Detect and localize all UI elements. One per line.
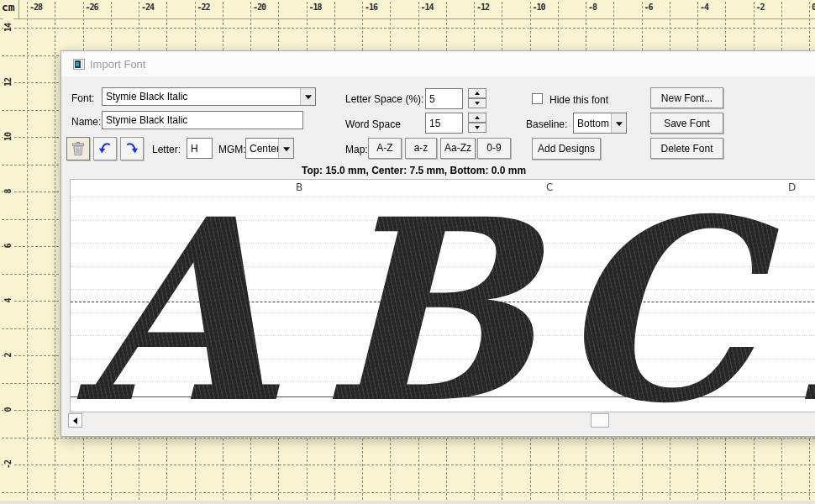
ruler-tick-label: -14 <box>421 3 434 12</box>
mgm-combobox[interactable]: Center <box>245 138 294 159</box>
window-bottom-edge <box>0 501 815 504</box>
ruler-tick-label: -18 <box>309 3 322 12</box>
dialog-title-bar[interactable]: Import Font <box>61 51 815 76</box>
font-combobox-dropdown-button[interactable] <box>300 88 315 105</box>
embroidery-letter-b[interactable]: B <box>321 180 533 412</box>
font-combobox[interactable]: Stymie Black Italic <box>102 87 316 106</box>
ruler-tick-label: 14 <box>3 18 13 37</box>
mgm-combobox-value: Center <box>250 143 280 155</box>
grid-line-v <box>55 2 55 504</box>
baseline-label: Baseline: <box>526 118 567 130</box>
ruler-tick-label: -28 <box>29 3 42 12</box>
arrow-down-icon <box>475 126 480 129</box>
font-combobox-value: Stymie Black Italic <box>106 91 187 102</box>
embroidery-letter-a[interactable]: A <box>79 180 273 412</box>
hide-font-checkbox[interactable] <box>532 93 543 104</box>
ruler-tick-label: -2 <box>756 3 765 12</box>
letter-space-spinner <box>468 88 486 109</box>
dialog-title: Import Font <box>90 58 145 71</box>
add-designs-button[interactable]: Add Designs <box>532 138 601 160</box>
ruler-unit-label: cm <box>2 1 15 13</box>
import-font-dialog: Import Font Font: Stymie Black Italic Na… <box>60 50 815 437</box>
ruler-top-border <box>0 18 815 19</box>
baseline-metrics-status: Top: 15.0 mm, Center: 7.5 mm, Bottom: 0.… <box>302 165 526 176</box>
ruler-tick-label: -4 <box>700 3 708 12</box>
ruler-tick-label: -10 <box>533 3 545 12</box>
redo-button[interactable] <box>120 137 144 160</box>
arrow-down-icon <box>475 102 480 105</box>
grid-line-h <box>2 492 815 493</box>
ruler-tick-label: 8 <box>3 182 13 201</box>
mgm-combobox-dropdown-button[interactable] <box>278 139 293 158</box>
map-button-aa-zz[interactable]: Aa-Zz <box>440 138 476 159</box>
letter-cell-label: B <box>296 181 302 193</box>
baseline-combobox[interactable]: Bottom <box>573 113 627 134</box>
grid-line-h <box>2 28 815 29</box>
ruler-tick-label: -16 <box>365 3 377 12</box>
ruler-tick-label: 0 <box>812 3 815 12</box>
arrow-up-icon <box>475 116 480 119</box>
save-font-button[interactable]: Save Font <box>650 113 723 134</box>
delete-font-button[interactable]: Delete Font <box>650 138 723 159</box>
ruler-tick-label: -6 <box>644 3 653 12</box>
ruler-tick-label: -8 <box>588 3 597 12</box>
grid-line-v <box>27 2 28 504</box>
ruler-tick-label: -24 <box>141 3 154 12</box>
letter-cell-label: D <box>788 181 796 193</box>
ruler-tick-label: -22 <box>197 3 210 12</box>
ruler-tick-label: -2 <box>3 455 13 474</box>
ruler-corner-border <box>18 0 19 18</box>
ruler-tick-label: -20 <box>253 3 266 12</box>
chevron-down-icon <box>616 122 623 126</box>
letter-space-label: Letter Space (%): <box>345 93 423 105</box>
letter-label: Letter: <box>152 144 181 155</box>
trash-icon <box>70 140 87 157</box>
spin-up-button[interactable] <box>468 113 486 123</box>
undo-button[interactable] <box>93 137 117 160</box>
scroll-left-button[interactable] <box>68 413 82 428</box>
arrow-up-icon <box>475 92 480 95</box>
ruler-tick-label: 0 <box>3 401 13 419</box>
delete-letter-button[interactable] <box>66 137 90 160</box>
spin-down-button[interactable] <box>468 123 486 133</box>
undo-icon <box>97 140 113 157</box>
mgm-label: MGM: <box>218 144 246 155</box>
horizontal-scrollbar[interactable] <box>68 413 815 428</box>
grid-line-h <box>2 465 815 465</box>
hide-font-label: Hide this font <box>549 94 608 106</box>
letter-input[interactable] <box>187 138 213 159</box>
spin-down-button[interactable] <box>468 98 486 108</box>
map-label: Map: <box>345 144 368 155</box>
map-button-0-9[interactable]: 0-9 <box>477 138 511 159</box>
ruler-tick-label: 6 <box>3 237 13 255</box>
redo-icon <box>124 140 140 157</box>
baseline-combobox-dropdown-button[interactable] <box>611 113 626 133</box>
new-font-button[interactable]: New Font... <box>650 87 723 108</box>
font-preview-area[interactable]: ABCD BCD <box>70 179 815 412</box>
ruler-tick-label: 4 <box>3 291 13 310</box>
grid-line-h <box>2 438 815 438</box>
word-space-input[interactable] <box>425 113 463 134</box>
baseline-combobox-value: Bottom <box>577 118 609 129</box>
word-space-label: Word Space <box>345 118 401 130</box>
import-font-icon <box>73 59 85 70</box>
chevron-down-icon <box>305 95 312 99</box>
map-button-a-z[interactable]: a-z <box>405 138 437 159</box>
name-input[interactable] <box>102 111 303 129</box>
name-label: Name: <box>71 116 101 128</box>
ruler-tick-label: 2 <box>3 346 13 365</box>
chevron-down-icon <box>283 147 290 151</box>
letter-cell-label: C <box>546 181 553 193</box>
ruler-tick-label: 12 <box>3 73 13 92</box>
ruler-tick-label: -26 <box>86 3 98 12</box>
embroidery-letter-c[interactable]: C <box>555 180 754 412</box>
scrollbar-thumb[interactable] <box>591 413 609 428</box>
letter-space-input[interactable] <box>425 88 463 109</box>
ruler-tick-label: -12 <box>476 3 489 12</box>
embroidery-letter-d[interactable]: D <box>793 180 815 412</box>
spin-up-button[interactable] <box>468 88 486 98</box>
word-space-spinner <box>468 113 486 134</box>
ruler-tick-label: 10 <box>3 128 13 146</box>
map-button-a-z[interactable]: A-Z <box>368 138 402 159</box>
font-label: Font: <box>71 92 94 104</box>
